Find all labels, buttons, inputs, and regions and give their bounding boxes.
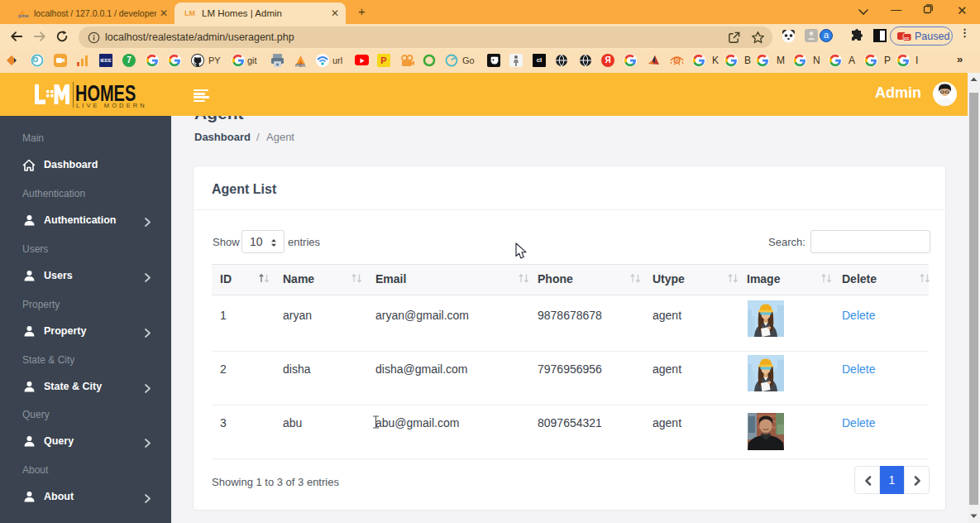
svg-text:pma: pma: [18, 13, 29, 18]
svg-text:cc: cc: [904, 36, 910, 41]
svg-text:PMA: PMA: [295, 63, 305, 68]
